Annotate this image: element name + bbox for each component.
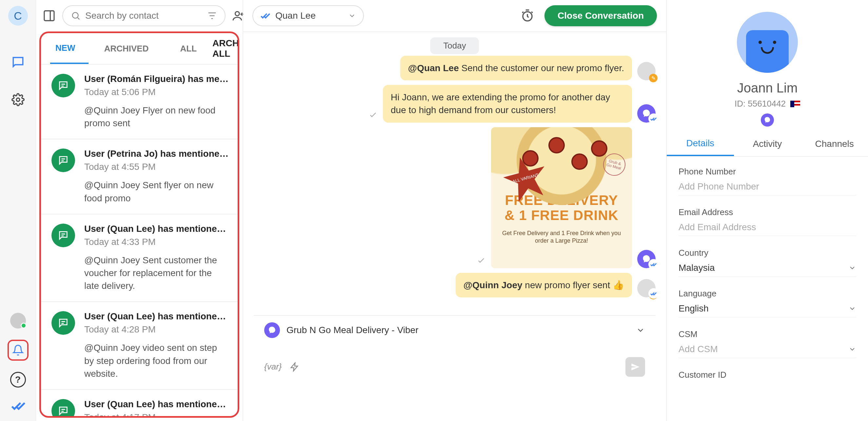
promo-flyer-image[interactable]: ALL VARIANT Grub & Go Meal FREE DELIVERY… [491, 127, 632, 268]
messages-icon[interactable] [7, 52, 29, 73]
notification-title: User (Quan Lee) has mentioned you in a c… [84, 399, 230, 410]
channel-name: Grub N Go Meal Delivery - Viber [286, 325, 629, 335]
comment-icon [52, 149, 75, 172]
chevron-down-icon [848, 345, 856, 353]
field-label: Customer ID [679, 370, 856, 380]
filter-icon[interactable] [207, 11, 217, 21]
notification-time: Today at 5:06 PM [84, 87, 230, 97]
field-language[interactable]: Language English [679, 289, 856, 318]
tab-all[interactable]: ALL [164, 33, 212, 64]
checks-icon [260, 11, 270, 21]
notification-time: Today at 4:28 PM [84, 324, 230, 335]
field-country[interactable]: Country Malaysia [679, 248, 856, 277]
field-placeholder[interactable]: Add Email Address [679, 222, 856, 236]
snooze-icon[interactable] [518, 6, 536, 25]
flag-icon [790, 101, 800, 107]
field-label: Phone Number [679, 167, 856, 177]
notification-time: Today at 4:33 PM [84, 237, 230, 247]
tab-archived[interactable]: ARCHIVED [89, 33, 164, 64]
internal-note: @Quan Lee Send the customer our new prom… [400, 56, 632, 80]
help-icon[interactable]: ? [10, 372, 26, 388]
settings-icon[interactable] [7, 89, 29, 110]
notification-item[interactable]: User (Quan Lee) has mentioned you in a c… [41, 214, 238, 302]
field-label: Country [679, 248, 856, 258]
note-text: Send the customer our new promo flyer. [459, 63, 624, 73]
channel-selector[interactable]: Grub N Go Meal Delivery - Viber [254, 315, 656, 344]
nav-rail: C ? [0, 0, 36, 421]
notification-dropdown: NEW ARCHIVED ALL ARCHIVE ALL User (Román… [39, 31, 239, 418]
comment-icon [52, 223, 75, 247]
mention: @Quinn Joey [464, 280, 523, 290]
field-email[interactable]: Email Address Add Email Address [679, 207, 856, 236]
delivered-check-icon [368, 110, 378, 119]
chevron-down-icon [636, 326, 645, 335]
notification-item[interactable]: User (Quan Lee) has mentioned you in a c… [41, 390, 238, 416]
channel-avatar [637, 104, 656, 123]
field-label: Email Address [679, 207, 856, 217]
contact-avatar [737, 12, 798, 73]
agent-avatar: ✎ [637, 279, 656, 297]
notification-title: User (Petrina Jo) has mentioned you in a… [84, 149, 230, 159]
quick-action-icon[interactable] [290, 362, 300, 372]
contact-panel: Joann Lim ID: 55610442 Details Activity … [667, 0, 868, 421]
notification-text: @Quinn Joey Sent flyer on new food promo [84, 179, 230, 204]
search-input-wrap[interactable] [62, 5, 225, 26]
notification-text: @Quinn Joey video sent on step by step o… [84, 341, 230, 380]
archive-all-button[interactable]: ARCHIVE ALL [212, 38, 239, 59]
tab-new[interactable]: NEW [50, 33, 89, 64]
notifications-icon[interactable] [7, 340, 29, 361]
notification-item[interactable]: User (Quan Lee) has mentioned you in a c… [41, 302, 238, 390]
tab-activity[interactable]: Activity [734, 132, 801, 156]
notification-item[interactable]: User (Román Filgueira) has mentioned you… [41, 65, 238, 139]
assignee-name: Quan Lee [275, 10, 316, 21]
field-placeholder[interactable]: Add Phone Number [679, 181, 856, 196]
channel-avatar [637, 250, 656, 268]
contact-id: ID: 55610442 [735, 99, 800, 109]
viber-icon [264, 322, 280, 338]
notification-text: @Quinn Joey Flyer on new food promo sent [84, 104, 230, 129]
field-value: English [679, 303, 709, 314]
svg-point-3 [235, 11, 240, 16]
chevron-down-icon [848, 305, 856, 312]
outgoing-message: Hi Joann, we are extending the promo for… [383, 85, 632, 122]
brand-mark-icon [11, 399, 25, 413]
viber-channel-icon[interactable] [761, 114, 774, 126]
assignee-dropdown[interactable]: Quan Lee [252, 5, 364, 26]
variable-icon[interactable]: {var} [264, 362, 282, 372]
conversation-panel: Quan Lee Close Conversation Today @Quan … [243, 0, 667, 421]
workspace-avatar[interactable]: C [8, 6, 28, 26]
collapse-panel-icon[interactable] [42, 7, 56, 24]
mention: @Quan Lee [408, 63, 459, 73]
current-user-avatar[interactable] [10, 313, 26, 329]
field-csm[interactable]: CSM Add CSM [679, 329, 856, 358]
svg-rect-1 [44, 11, 54, 21]
field-placeholder[interactable]: Add CSM [679, 344, 718, 355]
delivered-check-icon [476, 256, 486, 265]
close-conversation-button[interactable]: Close Conversation [545, 5, 657, 26]
field-customer-id[interactable]: Customer ID [679, 370, 856, 385]
search-input[interactable] [85, 10, 203, 21]
agent-avatar: ✎ [637, 62, 656, 80]
notification-item[interactable]: User (Petrina Jo) has mentioned you in a… [41, 139, 238, 214]
flyer-subtitle: Get Free Delivery and 1 Free Drink when … [491, 230, 632, 245]
read-checks-icon [648, 259, 659, 270]
notification-list: User (Román Filgueira) has mentioned you… [41, 65, 238, 416]
day-separator: Today [430, 37, 479, 54]
tab-details[interactable]: Details [667, 132, 734, 156]
tab-channels[interactable]: Channels [801, 132, 868, 156]
svg-point-2 [72, 12, 79, 18]
read-checks-icon [648, 288, 659, 299]
read-checks-icon [648, 114, 659, 124]
notification-time: Today at 4:55 PM [84, 162, 230, 172]
notification-title: User (Román Filgueira) has mentioned you… [84, 74, 230, 84]
field-phone[interactable]: Phone Number Add Phone Number [679, 167, 856, 196]
note-text: new promo flyer sent 👍 [523, 280, 624, 290]
inbox-panel: NEW ARCHIVED ALL ARCHIVE ALL User (Román… [36, 0, 243, 421]
notification-time: Today at 4:17 PM [84, 412, 230, 416]
field-value: Malaysia [679, 263, 715, 273]
send-button[interactable] [625, 357, 645, 377]
search-icon [71, 11, 81, 21]
field-label: Language [679, 289, 856, 299]
field-label: CSM [679, 329, 856, 339]
message-composer: {var} [254, 349, 656, 385]
